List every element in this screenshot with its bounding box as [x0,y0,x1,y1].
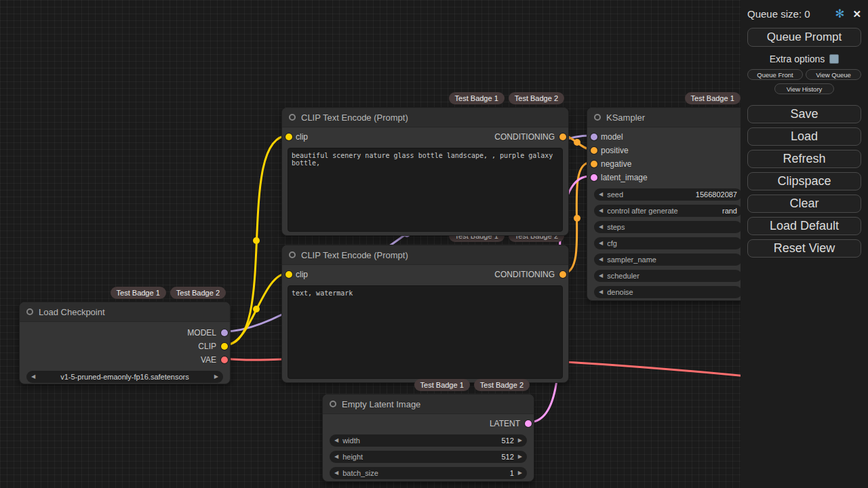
settings-gear-icon[interactable]: ✻ [835,7,844,21]
node-title: KSampler [606,113,645,123]
view-history-button[interactable]: View History [774,83,834,94]
queue-size-label: Queue size: 0 [747,8,810,20]
load-button[interactable]: Load [747,127,861,146]
decrement-arrow-icon[interactable]: ◀ [599,208,603,214]
extra-options-label: Extra options [770,54,825,64]
collapse-dot-icon[interactable] [26,308,33,315]
decrement-arrow-icon[interactable]: ◀ [599,273,603,279]
input-slot-model: model [587,130,749,144]
extra-options-checkbox[interactable] [829,54,839,64]
decrement-arrow-icon[interactable]: ◀ [599,192,603,197]
badge-row: Test Badge 1 Test Badge 2 [111,287,226,299]
queue-prompt-button[interactable]: Queue Prompt [747,28,861,47]
node-title-bar[interactable]: CLIP Text Encode (Prompt) [282,245,568,265]
slot-row: clip CONDITIONING [282,268,568,281]
collapse-dot-icon[interactable] [330,401,336,407]
collapse-dot-icon[interactable] [594,114,601,121]
node-title-bar[interactable]: KSampler [587,108,749,127]
output-slot-vae: VAE [20,353,230,367]
clip-input-dot[interactable] [285,271,292,278]
negative-input-dot[interactable] [591,161,597,167]
vae-slot-dot[interactable] [221,357,228,363]
widget-denoise[interactable]: ◀ denoise [594,286,742,298]
node-title-bar[interactable]: Empty Latent Image [323,394,534,414]
prompt-textarea[interactable]: text, watermark [288,285,563,379]
input-slot-positive: positive [587,144,749,157]
load-default-button[interactable]: Load Default [747,217,861,235]
reset-view-button[interactable]: Reset View [747,239,861,258]
test-badge-1: Test Badge 1 [685,92,741,104]
node-ksampler[interactable]: Test Badge 1 Test Badge 2 KSampler model… [587,107,749,301]
widget-control-after-generate[interactable]: ◀ control after generate rand [594,205,742,217]
node-title: Load Checkpoint [39,307,105,317]
decrement-arrow-icon[interactable]: ◀ [599,224,603,230]
widget-sampler-name[interactable]: ◀ sampler_name [594,253,742,266]
widget-batch-size[interactable]: ◀ batch_size 1 ▶ [330,467,527,479]
save-button[interactable]: Save [747,105,861,123]
model-slot-dot[interactable] [221,329,228,336]
queue-front-button[interactable]: Queue Front [747,69,803,80]
conditioning-output-dot[interactable] [559,134,566,140]
node-empty-latent-image[interactable]: Test Badge 1 Test Badge 2 Empty Latent I… [322,394,534,482]
link-midpoint-dot [574,139,580,146]
latent-image-input-dot[interactable] [591,174,597,181]
close-icon[interactable]: ✕ [852,8,861,20]
badge-row: Test Badge 1 Test Badge 2 [449,92,564,104]
refresh-button[interactable]: Refresh [747,150,861,168]
node-title-bar[interactable]: CLIP Text Encode (Prompt) [282,108,568,127]
test-badge-2: Test Badge 2 [509,92,564,104]
output-slot-latent: LATENT [323,417,534,430]
menu-panel: Queue size: 0 ✻ ✕ Queue Prompt Extra opt… [741,0,868,488]
decrement-arrow-icon[interactable]: ◀ [31,374,35,380]
node-title-bar[interactable]: Load Checkpoint [20,302,230,322]
widget-width[interactable]: ◀ width 512 ▶ [330,434,527,447]
prompt-textarea[interactable]: beautiful scenery nature glass bottle la… [288,148,563,232]
decrement-arrow-icon[interactable]: ◀ [334,454,338,460]
node-clip-text-encode-positive[interactable]: Test Badge 1 Test Badge 2 CLIP Text Enco… [281,107,569,236]
decrement-arrow-icon[interactable]: ◀ [599,257,603,262]
widget-ckpt-name[interactable]: ◀ v1-5-pruned-emaonly-fp16.safetensors ▶ [26,371,223,383]
widget-steps[interactable]: ◀ steps [594,221,742,233]
decrement-arrow-icon[interactable]: ◀ [599,289,603,295]
clear-button[interactable]: Clear [747,195,861,213]
input-slot-negative: negative [587,157,749,171]
node-clip-text-encode-negative[interactable]: Test Badge 1 Test Badge 2 CLIP Text Enco… [281,245,569,383]
test-badge-1: Test Badge 1 [414,379,470,391]
conditioning-output-dot[interactable] [559,271,566,278]
increment-arrow-icon[interactable]: ▶ [214,374,218,380]
test-badge-1: Test Badge 1 [111,287,166,299]
decrement-arrow-icon[interactable]: ◀ [334,438,338,443]
node-title: Empty Latent Image [342,399,420,409]
increment-arrow-icon[interactable]: ▶ [518,454,522,460]
ckpt-name-value: v1-5-pruned-emaonly-fp16.safetensors [39,373,210,381]
model-input-dot[interactable] [591,134,597,140]
increment-arrow-icon[interactable]: ▶ [518,470,522,476]
decrement-arrow-icon[interactable]: ◀ [599,241,603,246]
collapse-dot-icon[interactable] [289,251,296,258]
view-queue-button[interactable]: View Queue [806,69,861,80]
test-badge-1: Test Badge 1 [449,92,505,104]
positive-input-dot[interactable] [591,147,597,154]
node-load-checkpoint[interactable]: Test Badge 1 Test Badge 2 Load Checkpoin… [19,302,231,384]
clipspace-button[interactable]: Clipspace [747,172,861,190]
comfyui-canvas[interactable]: Test Badge 1 Test Badge 2 Load Checkpoin… [0,0,868,488]
clip-input-dot[interactable] [285,134,292,140]
node-title: CLIP Text Encode (Prompt) [301,113,408,123]
wire-clip-to-negative [225,273,288,345]
widget-height[interactable]: ◀ height 512 ▶ [330,451,527,463]
latent-output-dot[interactable] [525,420,532,427]
widget-seed[interactable]: ◀ seed 1566802087 [594,188,742,201]
collapse-dot-icon[interactable] [289,114,296,121]
wire-clip-to-positive [225,136,288,345]
test-badge-2: Test Badge 2 [474,379,530,391]
link-midpoint-dot [574,215,580,222]
link-midpoint-dot [253,237,260,244]
badge-row: Test Badge 1 Test Badge 2 [414,379,530,391]
output-slot-model: MODEL [20,326,230,340]
widget-cfg[interactable]: ◀ cfg [594,237,742,249]
clip-slot-dot[interactable] [221,343,228,350]
increment-arrow-icon[interactable]: ▶ [518,438,522,443]
decrement-arrow-icon[interactable]: ◀ [334,470,338,476]
slot-row: clip CONDITIONING [282,130,568,144]
widget-scheduler[interactable]: ◀ scheduler [594,270,742,282]
